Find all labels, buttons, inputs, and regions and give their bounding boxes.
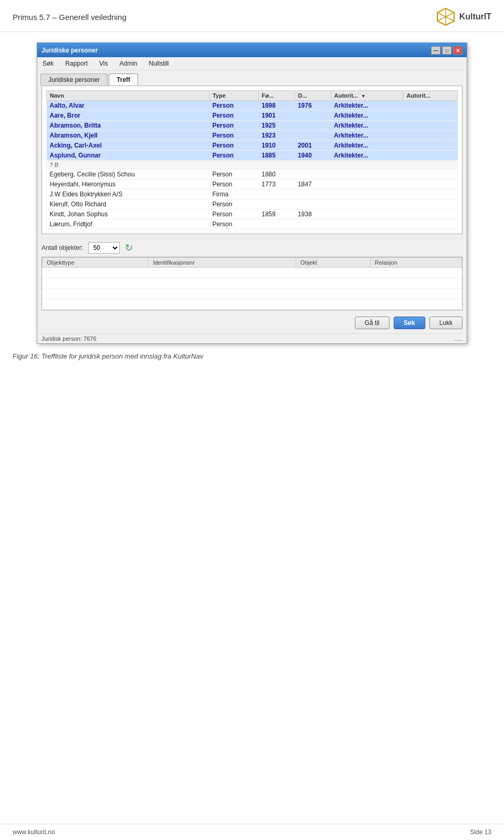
menu-item-rapport[interactable]: Rapport — [63, 59, 90, 68]
cell-dod — [295, 170, 331, 180]
objects-section: Objekttype Identifikasjonsnr Objekt Rela… — [41, 257, 463, 310]
table-row[interactable]: Asplund, Gunnar Person 1885 1940 Arkitek… — [47, 151, 458, 161]
cell-type: Person — [209, 131, 258, 141]
cell-fodt — [258, 200, 295, 209]
dialog-window: Juridiske personer — □ ✕ Søk Rapport Vis… — [37, 43, 467, 344]
menu-item-vis[interactable]: Vis — [97, 59, 110, 68]
page-title: Primus 5.7 – Generell veiledning — [13, 13, 127, 22]
cell-fodt — [258, 190, 295, 200]
status-text: Juridisk person: 7676 — [41, 335, 97, 342]
cell-autorit2 — [403, 200, 458, 209]
table-row[interactable]: Kierulf, Otto Richard Person — [47, 200, 458, 209]
cell-dod: 1976 — [295, 101, 331, 111]
table-row[interactable]: Abramson, Britta Person 1925 Arkitekter.… — [47, 121, 458, 131]
cell-fodt: 1880 — [258, 170, 295, 180]
cell-autorit1: Arkitekter... — [331, 151, 403, 161]
status-dots: ..... — [455, 335, 463, 342]
cell-type: Person — [209, 101, 258, 111]
maximize-button[interactable]: □ — [442, 46, 452, 55]
tab-juridiske-personer[interactable]: Juridiske personer — [40, 74, 108, 86]
cell-dod: 1938 — [295, 209, 331, 219]
cell-navn: Abramson, Britta — [47, 121, 209, 131]
section-separator-row: ? B — [47, 161, 458, 170]
col-identifikasjonsnr[interactable]: Identifikasjonsnr — [149, 258, 296, 268]
cell-autorit1: Arkitekter... — [331, 131, 403, 141]
objects-row — [43, 278, 462, 289]
cell-navn: Acking, Carl-Axel — [47, 141, 209, 151]
results-table: Navn Type Fø... D... Autorit... ▼ Autori… — [46, 90, 458, 229]
cell-type: Person — [209, 180, 258, 190]
cell-dod: 2001 — [295, 141, 331, 151]
menu-item-sok[interactable]: Søk — [40, 59, 56, 68]
cell-autorit2 — [403, 111, 458, 121]
col-objekttype[interactable]: Objekttype — [43, 258, 149, 268]
logo-text: KulturIT — [459, 12, 491, 22]
menu-item-admin[interactable]: Admin — [118, 59, 140, 68]
table-row[interactable]: Aare, Bror Person 1901 Arkitekter... — [47, 111, 458, 121]
kulturit-logo-icon — [436, 7, 455, 26]
count-select[interactable]: 10 25 50 100 200 — [88, 242, 120, 254]
cell-fodt: 1923 — [258, 131, 295, 141]
objects-row — [43, 289, 462, 299]
count-label: Antall objekter: — [41, 244, 83, 251]
col-header-navn[interactable]: Navn — [47, 91, 209, 101]
table-row[interactable]: Acking, Carl-Axel Person 1910 2001 Arkit… — [47, 141, 458, 151]
cell-fodt: 1773 — [258, 180, 295, 190]
col-objekt[interactable]: Objekt — [296, 258, 371, 268]
page-header: Primus 5.7 – Generell veiledning KulturI… — [0, 0, 504, 32]
go-to-button[interactable]: Gå til — [355, 317, 390, 329]
col-header-dod[interactable]: D... — [295, 91, 331, 101]
cell-navn: Egeberg, Cecilie (Sissi) Schou — [47, 170, 209, 180]
refresh-icon[interactable]: ↻ — [125, 242, 133, 254]
dialog-titlebar: Juridiske personer — □ ✕ — [37, 44, 467, 57]
cell-dod — [295, 200, 331, 209]
cell-navn: Heyerdahl, Hieronymus — [47, 180, 209, 190]
objects-row — [43, 268, 462, 278]
cell-autorit1: Arkitekter... — [331, 111, 403, 121]
cell-autorit1 — [331, 190, 403, 200]
table-row[interactable]: J.W Eides Boktrykkeri A/S Firma — [47, 190, 458, 200]
table-row[interactable]: Egeberg, Cecilie (Sissi) Schou Person 18… — [47, 170, 458, 180]
cell-autorit2 — [403, 101, 458, 111]
col-header-fodt[interactable]: Fø... — [258, 91, 295, 101]
cell-autorit2 — [403, 170, 458, 180]
col-header-autorit2[interactable]: Autorit... — [403, 91, 458, 101]
table-row[interactable]: Lærum, Fridtjof Person — [47, 219, 458, 229]
cell-type: Firma — [209, 190, 258, 200]
table-row[interactable]: Heyerdahl, Hieronymus Person 1773 1847 — [47, 180, 458, 190]
table-row[interactable]: Aalto, Alvar Person 1898 1976 Arkitekter… — [47, 101, 458, 111]
minimize-button[interactable]: — — [431, 46, 440, 55]
col-header-type[interactable]: Type — [209, 91, 258, 101]
cell-navn: Aare, Bror — [47, 111, 209, 121]
cell-dod — [295, 131, 331, 141]
cell-relasjon — [371, 268, 462, 278]
col-relasjon[interactable]: Relasjon — [371, 258, 462, 268]
cell-fodt: 1901 — [258, 111, 295, 121]
cell-autorit1: Arkitekter... — [331, 141, 403, 151]
cell-navn: Lærum, Fridtjof — [47, 219, 209, 229]
cell-autorit1: Arkitekter... — [331, 121, 403, 131]
cell-autorit2 — [403, 151, 458, 161]
dialog-title: Juridiske personer — [41, 47, 98, 54]
cell-fodt: 1859 — [258, 209, 295, 219]
cell-type: Person — [209, 170, 258, 180]
table-row[interactable]: Kindt, Johan Sophus Person 1859 1938 — [47, 209, 458, 219]
cell-autorit2 — [403, 141, 458, 151]
table-row[interactable]: Abramson, Kjell Person 1923 Arkitekter..… — [47, 131, 458, 141]
results-panel: Navn Type Fø... D... Autorit... ▼ Autori… — [41, 86, 463, 234]
close-button[interactable]: Lukk — [429, 317, 463, 329]
cell-type: Person — [209, 111, 258, 121]
cell-autorit1: Arkitekter... — [331, 101, 403, 111]
objects-row — [43, 299, 462, 310]
action-buttons-row: Gå til Søk Lukk — [37, 312, 467, 333]
cell-objekttype — [43, 268, 149, 278]
search-button[interactable]: Søk — [394, 317, 425, 329]
close-window-button[interactable]: ✕ — [453, 46, 463, 55]
logo-area: KulturIT — [436, 7, 491, 26]
cell-autorit1 — [331, 200, 403, 209]
menu-item-nullstill[interactable]: Nullstill — [147, 59, 171, 68]
col-header-autorit1[interactable]: Autorit... ▼ — [331, 91, 403, 101]
cell-autorit2 — [403, 219, 458, 229]
tab-treff[interactable]: Treff — [109, 74, 138, 86]
figure-caption: Figur 16: Treffliste for juridisk person… — [13, 352, 491, 360]
